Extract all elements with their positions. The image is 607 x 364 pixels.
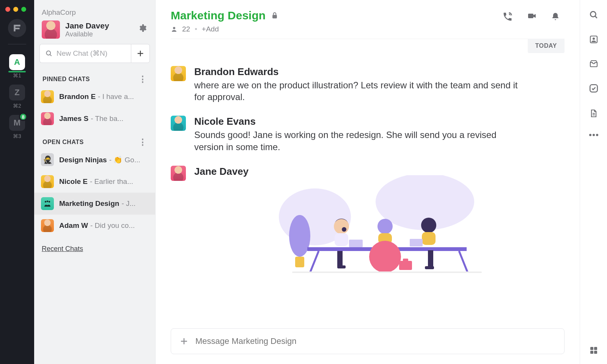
- avatar: [42, 20, 60, 39]
- org-name[interactable]: AlphaCorp: [34, 0, 155, 20]
- close-window-button[interactable]: [5, 7, 10, 12]
- call-icon[interactable]: [502, 11, 513, 22]
- workspace-tile-z[interactable]: Z: [9, 85, 25, 100]
- svg-point-36: [590, 11, 596, 17]
- minimize-window-button[interactable]: [13, 7, 18, 12]
- message-input[interactable]: [195, 336, 556, 346]
- current-user-status: Available: [65, 30, 109, 38]
- current-user[interactable]: Jane Davey Available: [34, 20, 155, 44]
- date-separator: TODAY: [528, 39, 565, 53]
- workspace-tile-m[interactable]: M 8: [9, 115, 25, 131]
- document-icon[interactable]: [589, 108, 598, 118]
- svg-rect-47: [594, 347, 597, 350]
- svg-rect-49: [594, 351, 597, 354]
- message-text: Sounds good! Jane is working on the rede…: [194, 129, 521, 152]
- message-sender[interactable]: Brandon Edwards: [194, 66, 565, 78]
- workspace-tile-a[interactable]: A: [9, 54, 25, 70]
- new-chat-input[interactable]: [39, 44, 131, 63]
- chat-name: Brandon E: [59, 93, 96, 101]
- avatar: 🥷: [41, 153, 54, 166]
- svg-rect-13: [295, 257, 304, 267]
- avatar[interactable]: [171, 166, 186, 181]
- chat-item[interactable]: Nicole E - Earlier tha...: [34, 171, 155, 193]
- gear-icon[interactable]: [138, 24, 147, 33]
- svg-point-28: [421, 218, 436, 233]
- chat-preview: - I have a...: [98, 93, 148, 101]
- svg-point-45: [596, 134, 598, 136]
- chat-name: Marketing Design: [59, 199, 119, 208]
- chat-name: Nicole E: [59, 177, 88, 186]
- svg-rect-29: [422, 232, 436, 245]
- maximize-window-button[interactable]: [21, 7, 26, 12]
- svg-rect-26: [399, 261, 412, 270]
- chat-item[interactable]: James S - The ba...: [34, 108, 155, 130]
- svg-line-15: [310, 251, 319, 272]
- chat-item[interactable]: Adam W - Did you co...: [34, 215, 155, 237]
- message: Brandon Edwards where are we on the prod…: [171, 66, 565, 103]
- svg-point-18: [342, 227, 346, 232]
- more-icon[interactable]: [589, 133, 599, 136]
- message-list: Brandon Edwards where are we on the prod…: [171, 53, 565, 321]
- apps-grid-icon[interactable]: [589, 346, 598, 355]
- plus-icon[interactable]: [179, 337, 189, 346]
- person-icon: [171, 26, 178, 33]
- inbox-icon[interactable]: [589, 59, 599, 68]
- video-icon[interactable]: [527, 11, 537, 22]
- message-sender[interactable]: Nicole Evans: [194, 116, 565, 127]
- workspace-shortcut: ⌘2: [13, 103, 21, 109]
- recent-chats-link[interactable]: Recent Chats: [34, 237, 155, 253]
- svg-point-4: [45, 201, 46, 202]
- message: Jane Davey: [171, 166, 565, 281]
- channel-title[interactable]: Marketing Design: [171, 9, 266, 22]
- chat-name: James S: [59, 115, 88, 123]
- svg-rect-7: [272, 15, 277, 18]
- workspace-letter: A: [14, 57, 20, 67]
- chat-preview: - 👏 Go...: [109, 155, 148, 164]
- workspace-letter: M: [14, 118, 20, 128]
- workspace-shortcut: ⌘3: [13, 133, 21, 139]
- search-icon[interactable]: [589, 10, 599, 20]
- svg-rect-21: [337, 251, 343, 266]
- new-chat-field[interactable]: [57, 49, 126, 58]
- svg-point-6: [49, 201, 50, 202]
- lock-icon: [271, 11, 278, 20]
- chat-item[interactable]: 🥷 Design Ninjas - 👏 Go...: [34, 149, 155, 171]
- svg-point-5: [47, 201, 48, 202]
- chat-name: Design Ninjas: [59, 156, 107, 164]
- window-controls: [5, 7, 26, 12]
- avatar: [41, 112, 54, 125]
- task-check-icon[interactable]: [589, 83, 599, 93]
- utility-rail: [580, 0, 607, 364]
- unread-badge: 8: [19, 113, 27, 121]
- chat-item-selected[interactable]: Marketing Design - J...: [34, 193, 155, 215]
- svg-point-23: [377, 219, 393, 234]
- svg-rect-46: [590, 347, 593, 350]
- svg-line-37: [595, 16, 597, 18]
- workspace-letter: Z: [14, 88, 19, 97]
- search-icon: [45, 50, 53, 57]
- current-user-name: Jane Davey: [65, 21, 109, 30]
- member-count[interactable]: 22: [182, 25, 190, 33]
- svg-point-8: [173, 27, 175, 29]
- app-logo[interactable]: [8, 19, 26, 37]
- avatar[interactable]: [171, 66, 186, 81]
- message-composer[interactable]: [171, 328, 565, 354]
- attachment-image[interactable]: [266, 175, 493, 281]
- add-member-button[interactable]: +Add: [202, 25, 219, 33]
- chat-preview: - Did you co...: [90, 221, 148, 230]
- svg-rect-27: [403, 259, 408, 262]
- open-section-title: OPEN CHATS: [42, 139, 84, 146]
- chat-item[interactable]: Brandon E - I have a...: [34, 86, 155, 108]
- avatar: [41, 90, 54, 103]
- message-text: where are we on the product illustration…: [194, 79, 521, 103]
- new-chat-button[interactable]: [131, 44, 150, 63]
- app-rail: A ⌘1 Z ⌘2 M 8 ⌘3: [0, 0, 34, 364]
- bell-icon[interactable]: [551, 11, 561, 22]
- avatar: [41, 175, 54, 188]
- workspace-shortcut: ⌘1: [13, 72, 21, 78]
- svg-rect-48: [590, 351, 593, 354]
- avatar[interactable]: [171, 116, 186, 131]
- contacts-icon[interactable]: [589, 35, 598, 44]
- svg-point-25: [369, 241, 401, 273]
- chat-preview: - J...: [121, 199, 148, 208]
